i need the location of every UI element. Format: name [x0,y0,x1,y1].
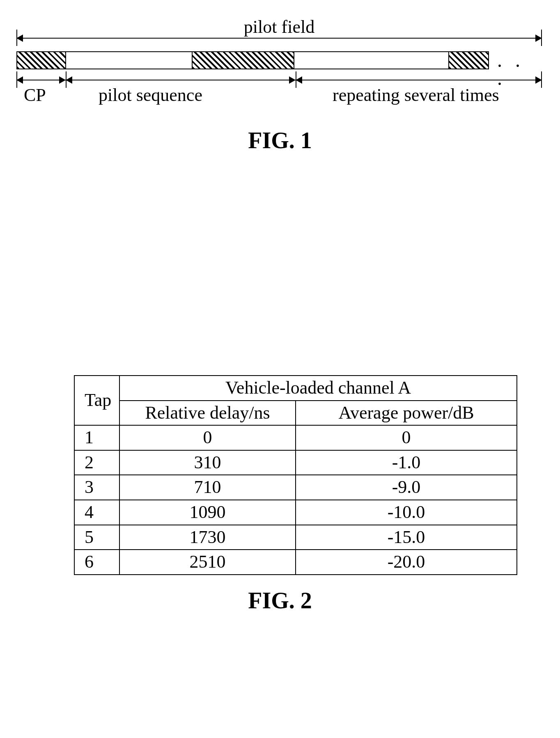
table-row: 4 1090 -10.0 [74,500,517,525]
table-row: 3 710 -9.0 [74,475,517,500]
bottom-labels: CP pilot sequence repeating several time… [16,73,542,106]
table-row: 6 2510 -20.0 [74,550,517,575]
header-tap: Tap [74,376,119,425]
pilot-field-label: pilot field [16,16,542,37]
fig1-caption: FIG. 1 [16,127,544,154]
repeating-label: repeating several times [333,85,499,105]
header-span: Vehicle-loaded channel A [119,376,517,401]
pilot-seq-label: pilot sequence [99,85,202,105]
pilot-seq-block-1 [65,51,192,69]
cp-range-arrow [16,80,66,80]
table-row: 2 310 -1.0 [74,450,517,475]
pilot-field-arrow [16,38,542,39]
channel-table-wrap: Tap Vehicle-loaded channel A Relative de… [74,375,517,575]
header-delay: Relative delay/ns [119,401,296,426]
repeating-range-arrow [296,80,542,80]
pilot-field-diagram: pilot field . . . CP pilot sequence repe… [16,16,542,111]
cp-block [16,51,65,69]
channel-table: Tap Vehicle-loaded channel A Relative de… [74,375,517,575]
cp-block-3 [448,51,489,69]
fig2-caption: FIG. 2 [16,587,544,614]
table-row: 1 0 0 [74,425,517,450]
cp-label: CP [24,85,46,105]
cp-block-2 [192,51,294,69]
block-row: . . . [16,51,542,69]
pilot-seq-block-2 [294,51,448,69]
pilot-seq-range-arrow [66,80,296,80]
table-row: 5 1730 -15.0 [74,525,517,550]
ellipsis-icon: . . . [489,51,542,69]
header-power: Average power/dB [296,401,517,426]
